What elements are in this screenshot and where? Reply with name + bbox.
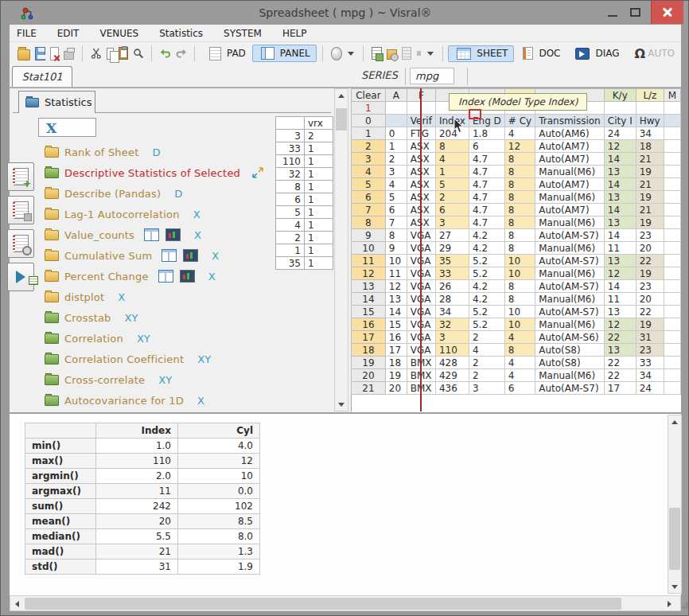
- sheet-cell[interactable]: 4.2: [469, 293, 504, 306]
- stats-list-item[interactable]: Descriptive Statistics of Selected: [45, 162, 315, 183]
- column-title-cell[interactable]: Transmission: [535, 115, 605, 127]
- chart-output-icon[interactable]: [180, 270, 195, 283]
- scrollbar-thumb[interactable]: [336, 108, 347, 131]
- sheet-cell[interactable]: 8: [504, 242, 535, 255]
- sheet-cell[interactable]: 19: [636, 216, 664, 229]
- sheet-cell[interactable]: 19: [636, 267, 664, 280]
- sheet-cell[interactable]: 14: [604, 153, 636, 166]
- sheet-cell[interactable]: 3: [385, 166, 407, 178]
- print-icon[interactable]: [64, 51, 74, 60]
- sheet-cell[interactable]: 6: [385, 204, 407, 216]
- sheet-cell[interactable]: 5.2: [469, 306, 504, 318]
- sheet-cell[interactable]: [664, 153, 681, 166]
- sheet-cell[interactable]: 20: [385, 382, 407, 395]
- column-title-cell[interactable]: # Cy: [504, 115, 535, 127]
- column-letter[interactable]: L/z: [636, 89, 664, 102]
- sheet-cell[interactable]: Manual(M6): [535, 293, 605, 306]
- sheet-cell[interactable]: 22: [604, 357, 636, 369]
- stats-list-item[interactable]: Value_countsX: [45, 224, 315, 245]
- ellipse-tool-icon[interactable]: [331, 47, 343, 60]
- row-header[interactable]: 19: [352, 357, 386, 369]
- row-header[interactable]: 12: [352, 267, 386, 280]
- sheet-cell[interactable]: [664, 331, 681, 344]
- sheet-cell[interactable]: Auto(AM7): [535, 178, 605, 191]
- stats-list-item[interactable]: Rank of SheetD: [45, 142, 315, 162]
- sheet-cell[interactable]: 17: [385, 344, 407, 357]
- series-input[interactable]: [410, 68, 454, 84]
- column-title-cell[interactable]: City I: [604, 115, 636, 127]
- sheet-cell[interactable]: 8: [504, 293, 535, 306]
- sheet-cell[interactable]: 21: [636, 204, 664, 216]
- sheet-cell[interactable]: 2: [469, 369, 504, 382]
- row-header[interactable]: 17: [352, 331, 386, 344]
- sheet-cell[interactable]: 12: [504, 140, 535, 153]
- notebook-settings-button[interactable]: [7, 229, 34, 258]
- sheet-cell[interactable]: 4.7: [469, 191, 504, 204]
- stats-list-item[interactable]: Lag-1 AutocorrelationX: [45, 204, 315, 224]
- paste-icon[interactable]: [119, 47, 127, 60]
- sheet-cell[interactable]: 4.7: [469, 166, 504, 178]
- menu-venues[interactable]: VENUES: [99, 28, 138, 39]
- sheet-cell[interactable]: [664, 382, 681, 395]
- sheet-cell[interactable]: 4: [504, 331, 535, 344]
- sheet-cell[interactable]: 110: [435, 344, 469, 357]
- row-header[interactable]: 7: [352, 204, 386, 216]
- cut-icon[interactable]: [91, 47, 102, 60]
- sheet-cell[interactable]: 4.7: [469, 204, 504, 216]
- redo-icon[interactable]: [176, 47, 187, 60]
- sheet-cell[interactable]: 27: [435, 229, 469, 242]
- sheet-cell[interactable]: [664, 369, 681, 382]
- sheet-cell[interactable]: 10: [504, 306, 535, 318]
- sheet-cell[interactable]: 29: [435, 242, 469, 255]
- open-icon[interactable]: [18, 49, 30, 60]
- stats-list-item[interactable]: CorrelationXY: [45, 328, 315, 349]
- sheet-cell[interactable]: 26: [435, 280, 469, 293]
- sheet-cell[interactable]: Auto(AM7): [535, 153, 605, 166]
- sheet-cell[interactable]: 10: [504, 267, 535, 280]
- sheet-cell[interactable]: 5.2: [469, 318, 504, 331]
- row-header[interactable]: 2: [352, 140, 386, 153]
- stats-list-item[interactable]: distplotX: [45, 287, 315, 307]
- row-header[interactable]: 8: [352, 216, 386, 229]
- stats-list-item[interactable]: Percent ChangeX: [45, 266, 315, 287]
- sheet-cell[interactable]: Manual(M6): [535, 166, 605, 178]
- sheet-cell[interactable]: 18: [636, 140, 664, 153]
- row-header[interactable]: 11: [352, 255, 386, 267]
- sheet-cell[interactable]: 3: [435, 331, 469, 344]
- column-letter[interactable]: K/y: [604, 89, 636, 102]
- sheet-cell[interactable]: 28: [435, 293, 469, 306]
- ellipse-dropdown-caret[interactable]: [348, 52, 354, 56]
- sheet-cell[interactable]: [664, 267, 681, 280]
- sheet-cell[interactable]: 6: [469, 140, 504, 153]
- sheet-cell[interactable]: 5: [385, 191, 407, 204]
- sheet-cell[interactable]: 11: [385, 267, 407, 280]
- pad-button[interactable]: PAD: [200, 45, 252, 63]
- row-header[interactable]: 10: [352, 242, 386, 255]
- doc-view-button[interactable]: DOC: [514, 45, 566, 62]
- size-dropdown-caret[interactable]: [427, 52, 434, 56]
- sheet-cell[interactable]: 13: [604, 306, 636, 318]
- sheet-cell[interactable]: 12: [604, 318, 636, 331]
- sheet-cell[interactable]: 5.2: [469, 267, 504, 280]
- sheet-cell[interactable]: 4: [469, 344, 504, 357]
- sheet-cell[interactable]: [664, 293, 681, 306]
- menu-statistics[interactable]: Statistics: [159, 28, 203, 39]
- sheet-cell[interactable]: [664, 216, 681, 229]
- x-variable-box[interactable]: X: [38, 118, 96, 137]
- sheet-cell[interactable]: 19: [385, 369, 407, 382]
- sheet-cell[interactable]: 4: [504, 369, 535, 382]
- sheet-cell[interactable]: 428: [435, 357, 469, 369]
- sheet-cell[interactable]: 23: [636, 344, 664, 357]
- sheet-cell[interactable]: 14: [604, 229, 636, 242]
- sheet-cell[interactable]: 22: [636, 255, 664, 267]
- sheet-cell[interactable]: 5.2: [469, 255, 504, 267]
- column-title-cell[interactable]: [385, 115, 407, 127]
- sheet-cell[interactable]: 34: [636, 127, 664, 140]
- row-header[interactable]: 13: [352, 280, 386, 293]
- sheet-cell[interactable]: [664, 306, 681, 318]
- sheet-cell[interactable]: Manual(M6): [535, 242, 605, 255]
- menu-file[interactable]: FILE: [17, 28, 37, 39]
- sheet-cell[interactable]: 4.2: [469, 280, 504, 293]
- sheet-cell[interactable]: 14: [385, 306, 407, 318]
- sheet-cell[interactable]: 15: [385, 318, 407, 331]
